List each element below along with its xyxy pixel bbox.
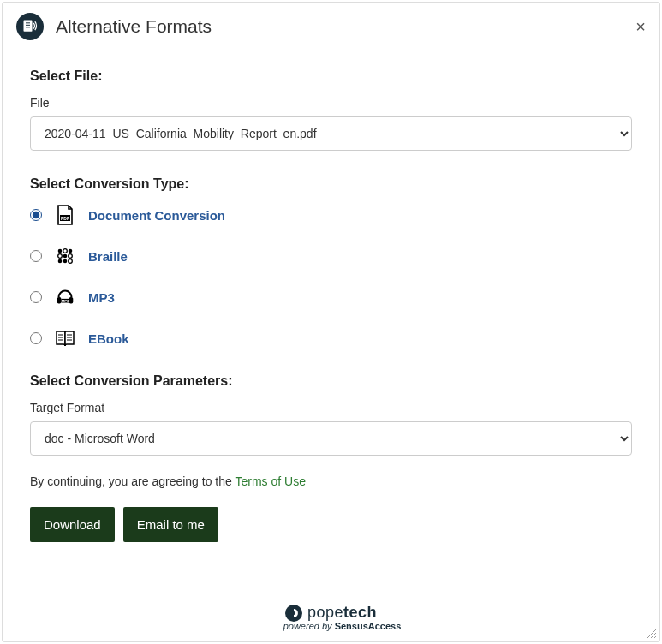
option-braille[interactable]: Braille: [30, 245, 632, 267]
option-label: Document Conversion: [88, 208, 225, 223]
conversion-params-label: Select Conversion Parameters:: [30, 373, 632, 389]
select-file-label: Select File:: [30, 69, 632, 84]
svg-point-14: [69, 259, 73, 264]
file-select[interactable]: 2020-04-11_US_California_Mobility_Report…: [30, 116, 632, 151]
footer-brand: popetech: [307, 604, 377, 622]
file-field-label: File: [30, 96, 632, 110]
action-buttons: Download Email to me: [30, 507, 632, 542]
option-ebook[interactable]: EBook: [30, 327, 632, 349]
conversion-type-group: PDF Document Conversion: [30, 204, 632, 349]
svg-rect-0: [24, 21, 33, 32]
option-label: Braille: [88, 249, 128, 264]
dialog-body: Select File: File 2020-04-11_US_Californ…: [3, 51, 659, 588]
alternative-formats-dialog: Alternative Formats × Select File: File …: [2, 2, 660, 642]
footer-powered-by: powered by SensusAccess: [283, 621, 402, 631]
svg-point-9: [58, 254, 63, 259]
option-label: MP3: [88, 290, 115, 305]
svg-point-13: [63, 259, 68, 264]
footer-powered-prefix: powered by: [283, 621, 335, 631]
resize-handle[interactable]: [645, 627, 657, 639]
braille-icon: [54, 245, 76, 267]
svg-rect-16: [69, 297, 74, 303]
dialog-title: Alternative Formats: [56, 16, 212, 37]
dialog-footer: popetech powered by SensusAccess: [3, 588, 659, 641]
terms-prefix: By continuing, you are agreeing to the: [30, 474, 235, 488]
footer-brand-light: pope: [307, 604, 343, 621]
radio-ebook[interactable]: [30, 332, 42, 344]
radio-mp3[interactable]: [30, 291, 42, 303]
svg-rect-15: [57, 297, 62, 303]
option-document-conversion[interactable]: PDF Document Conversion: [30, 204, 632, 226]
svg-line-29: [654, 636, 656, 638]
popetech-logo: popetech powered by SensusAccess: [261, 604, 402, 631]
svg-point-6: [58, 249, 63, 253]
svg-point-12: [58, 259, 63, 264]
terms-text: By continuing, you are agreeing to the T…: [30, 474, 632, 488]
conversion-type-label: Select Conversion Type:: [30, 176, 632, 192]
svg-point-7: [63, 249, 68, 253]
radio-document-conversion[interactable]: [30, 209, 42, 221]
footer-brand-bold: tech: [343, 604, 377, 621]
svg-point-10: [63, 254, 68, 259]
terms-of-use-link[interactable]: Terms of Use: [235, 474, 305, 488]
svg-point-11: [69, 254, 73, 259]
svg-text:PDF: PDF: [61, 216, 69, 221]
svg-point-8: [69, 249, 73, 253]
download-button[interactable]: Download: [30, 507, 115, 542]
svg-text:MP3: MP3: [62, 299, 69, 303]
pdf-icon: PDF: [54, 204, 76, 226]
option-label: EBook: [88, 331, 129, 346]
close-button[interactable]: ×: [635, 18, 646, 35]
ebook-icon: [54, 327, 76, 349]
document-audio-icon: [16, 13, 44, 40]
svg-point-26: [292, 611, 295, 614]
option-mp3[interactable]: MP3 MP3: [30, 286, 632, 308]
popetech-icon: [285, 605, 302, 622]
dialog-header: Alternative Formats ×: [3, 3, 659, 51]
target-format-select[interactable]: doc - Microsoft Word: [30, 421, 632, 456]
footer-powered-brand: SensusAccess: [335, 621, 402, 631]
email-to-me-button[interactable]: Email to me: [123, 507, 218, 542]
mp3-icon: MP3: [54, 286, 76, 308]
radio-braille[interactable]: [30, 250, 42, 262]
target-format-label: Target Format: [30, 401, 632, 414]
